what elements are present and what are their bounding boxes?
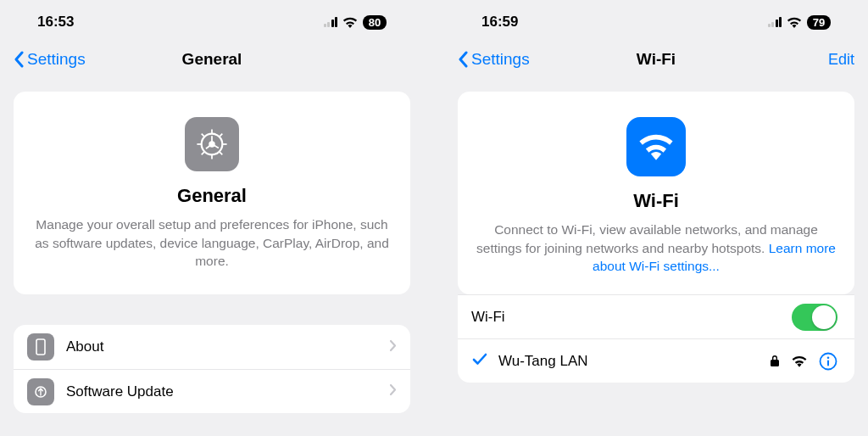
page-title: Wi-Fi: [637, 50, 676, 69]
wifi-toggle-label: Wi-Fi: [471, 309, 792, 326]
hero-title: General: [32, 185, 392, 207]
chevron-right-icon: [389, 383, 397, 400]
chevron-left-icon: [458, 51, 468, 68]
about-icon: [27, 333, 54, 361]
cellular-icon: [324, 17, 338, 27]
info-icon[interactable]: [819, 352, 837, 371]
wifi-toggle[interactable]: [792, 304, 837, 331]
status-bar: 16:53 80: [14, 8, 410, 42]
page-title: General: [182, 50, 242, 69]
checkmark-icon: [471, 352, 488, 370]
back-label: Settings: [471, 50, 530, 69]
nav-bar: Settings General: [14, 42, 410, 76]
pane-general: 16:53 80 Settings General: [0, 0, 424, 436]
hero-desc: Connect to Wi-Fi, view available network…: [476, 221, 836, 276]
hero-card: Wi-Fi Connect to Wi-Fi, view available n…: [458, 92, 854, 294]
nav-bar: Settings Wi-Fi Edit: [458, 42, 854, 76]
hero-desc: Manage your overall setup and preference…: [32, 215, 392, 271]
software-update-icon: [27, 378, 54, 405]
status-right: 79: [768, 15, 832, 30]
wifi-list: Wi-Fi Wu-Tang LAN: [458, 294, 854, 383]
wifi-icon: [787, 17, 802, 28]
status-bar: 16:59 79: [458, 8, 854, 42]
back-button[interactable]: Settings: [458, 50, 530, 69]
svg-line-9: [202, 152, 205, 155]
svg-rect-17: [827, 360, 829, 366]
row-about[interactable]: About: [14, 325, 410, 369]
battery-badge: 80: [363, 15, 387, 30]
status-time: 16:53: [37, 14, 74, 31]
hero-card: General Manage your overall setup and pr…: [14, 92, 410, 294]
svg-point-16: [827, 356, 830, 359]
row-network[interactable]: Wu-Tang LAN: [458, 338, 854, 383]
pane-wifi: 16:59 79 Settings Wi-Fi Edit Wi-Fi Conne…: [444, 0, 868, 436]
signal-icon: [792, 355, 807, 367]
hero-title: Wi-Fi: [476, 190, 836, 212]
wifi-hero-icon: [626, 117, 686, 176]
status-time: 16:59: [481, 14, 518, 31]
gear-icon: [185, 117, 239, 171]
hero-desc-text: Connect to Wi-Fi, view available network…: [476, 222, 818, 255]
chevron-right-icon: [389, 338, 397, 356]
row-label: About: [66, 338, 389, 355]
cellular-icon: [768, 17, 782, 27]
svg-rect-13: [36, 339, 45, 355]
row-software-update[interactable]: Software Update: [14, 369, 410, 413]
edit-button[interactable]: Edit: [828, 51, 854, 69]
svg-line-6: [202, 134, 205, 137]
battery-badge: 79: [807, 15, 831, 30]
status-right: 80: [324, 15, 387, 30]
back-label: Settings: [27, 50, 86, 69]
network-meta: [770, 352, 837, 371]
back-button[interactable]: Settings: [14, 50, 86, 69]
row-label: Software Update: [66, 383, 389, 400]
row-wifi-toggle: Wi-Fi: [458, 294, 854, 338]
chevron-left-icon: [14, 51, 24, 68]
settings-list: About Software Update: [14, 325, 410, 413]
lock-icon: [770, 355, 780, 367]
svg-line-8: [220, 134, 223, 137]
wifi-icon: [342, 17, 358, 28]
svg-line-7: [220, 152, 223, 155]
network-name: Wu-Tang LAN: [498, 353, 770, 370]
